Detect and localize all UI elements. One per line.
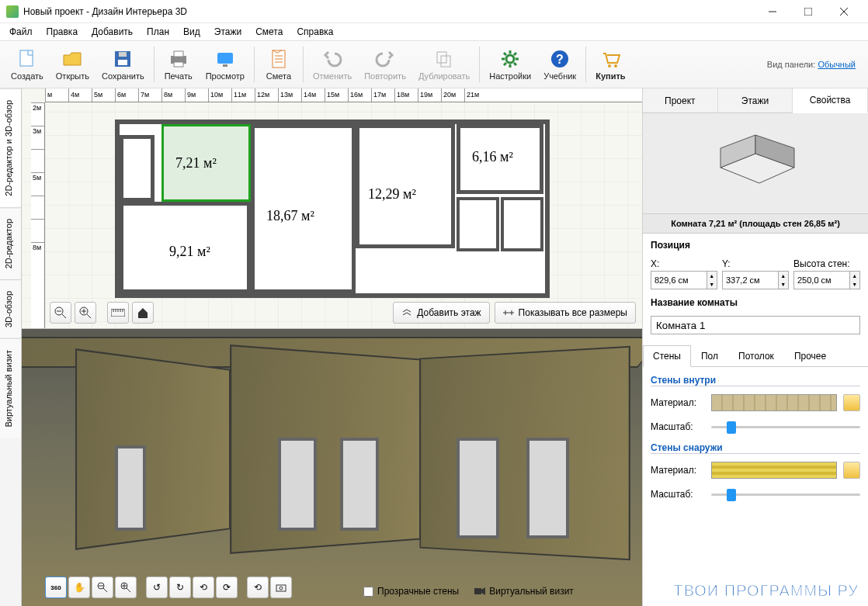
sidetab-tour[interactable]: Виртуальный визит [0,338,21,438]
create-button[interactable]: Создать [5,43,50,86]
window-title: Новый проект - Дизайн Интерьера 3D [23,6,755,17]
room-3d-preview [643,113,868,214]
tutorial-button[interactable]: ?Учебник [537,43,582,86]
plan-2d-view[interactable]: м4м5м6м7м8м9м10м11м12м13м14м15м16м17м18м… [22,88,642,329]
menu-file[interactable]: Файл [3,25,39,39]
sidetab-2d[interactable]: 2D-редактор [0,207,21,279]
view-3d[interactable]: 360 ✋ ↺ ↻ ⟲ ⟳ ⟲ Прозрачные стены Виртуал… [22,329,642,606]
add-floor-button[interactable]: Добавить этаж [393,302,489,324]
group-walls-outside: Стены снаружи [651,442,860,454]
camera-button[interactable] [270,577,292,598]
svg-rect-1 [20,50,33,66]
ruler-vertical: 2м3м5м8м [31,102,45,328]
orbit-360-button[interactable]: 360 [45,577,67,598]
svg-point-24 [279,587,283,590]
svg-rect-23 [276,585,286,591]
home-button[interactable] [132,302,154,324]
position-header: Позиция [651,240,860,251]
tab-properties[interactable]: Свойства [793,88,868,113]
ruler-tool-button[interactable] [107,302,129,324]
group-walls-inside: Стены внутри [651,375,860,386]
svg-point-17 [614,64,617,68]
duplicate-button[interactable]: Дублировать [412,43,476,86]
subtab-other[interactable]: Прочее [784,345,836,367]
subtab-walls[interactable]: Стены [643,345,691,367]
side-tabs: 2D-редактор и 3D-обзор 2D-редактор 3D-об… [0,88,22,606]
scale-out-slider[interactable] [711,487,860,502]
titlebar: Новый проект - Дизайн Интерьера 3D [0,0,868,23]
virtual-tour-button[interactable]: Виртуальный визит [474,586,574,597]
zoom-out-button[interactable] [50,302,71,324]
room-label-18-67: 18,67 м² [266,208,314,224]
transparent-walls-checkbox[interactable]: Прозрачные стены [363,586,459,597]
app-icon [6,5,19,18]
wall-height-label: Высота стен: [793,258,860,269]
maximize-button[interactable] [790,0,826,23]
menubar: Файл Правка Добавить План Вид Этажи Смет… [0,23,868,40]
rotate-right-button[interactable]: ⟳ [216,577,238,598]
subtab-floor[interactable]: Пол [691,345,728,367]
pos-y-input[interactable]: ▲▼ [722,271,789,289]
sidetab-2d-3d[interactable]: 2D-редактор и 3D-обзор [0,88,21,207]
menu-floors[interactable]: Этажи [208,25,248,39]
subtab-ceiling[interactable]: Потолок [728,345,784,367]
save-button[interactable]: Сохранить [95,43,151,86]
tilt-left-button[interactable]: ↺ [146,577,168,598]
open-button[interactable]: Открыть [50,43,95,86]
rotate-left-button[interactable]: ⟲ [193,577,214,598]
floorplan[interactable]: 7,21 м² 6,16 м² 12,29 м² 18,67 м² 9,21 м… [115,119,550,306]
zoom-in-button[interactable] [75,302,96,324]
buy-button[interactable]: Купить [589,43,631,86]
material-out-swatch[interactable] [711,462,837,479]
room-info: Комната 7,21 м² (площадь стен 26,85 м²) [643,214,868,234]
sidetab-3d[interactable]: 3D-обзор [0,279,21,338]
zoom-in-3d-button[interactable] [115,577,137,598]
svg-rect-7 [174,62,183,67]
preview-button[interactable]: Просмотр [200,43,251,86]
zoom-out-3d-button[interactable] [92,577,113,598]
svg-rect-12 [441,56,450,67]
redo-button[interactable]: Повторить [358,43,412,86]
show-dimensions-button[interactable]: Показывать все размеры [495,302,636,324]
svg-rect-11 [437,52,446,63]
material-out-browse[interactable] [843,462,860,479]
menu-estimate[interactable]: Смета [249,25,289,39]
room-name-input[interactable] [651,316,860,334]
tab-project[interactable]: Проект [643,88,718,113]
estimate-button[interactable]: Смета [258,43,300,86]
plan-zoom-tools [50,302,154,324]
svg-text:?: ? [556,53,564,66]
material-in-browse[interactable] [843,394,860,411]
panel-mode: Вид панели: Обычный [767,60,863,69]
svg-rect-8 [217,53,233,64]
undo-button[interactable]: Отменить [307,43,358,86]
room-label-7-21: 7,21 м² [175,155,217,171]
svg-point-16 [608,64,611,68]
scale-out-label: Масштаб: [651,489,705,500]
svg-rect-3 [118,60,127,65]
material-in-label: Материал: [651,397,705,408]
scale-in-slider[interactable] [711,419,860,435]
settings-button[interactable]: Настройки [483,43,537,86]
scale-in-label: Масштаб: [651,421,705,432]
minimize-button[interactable] [755,0,790,23]
tilt-right-button[interactable]: ↻ [169,577,191,598]
room-name-label: Название комнаты [651,297,860,308]
material-in-swatch[interactable] [711,394,837,411]
menu-edit[interactable]: Правка [40,25,85,39]
menu-help[interactable]: Справка [290,25,339,39]
panel-mode-link[interactable]: Обычный [818,60,856,69]
pos-x-label: X: [651,258,717,269]
menu-view[interactable]: Вид [177,25,207,39]
refresh-button[interactable]: ⟲ [247,577,269,598]
wall-height-input[interactable]: ▲▼ [793,271,860,289]
menu-add[interactable]: Добавить [85,25,139,39]
pan-button[interactable]: ✋ [68,577,90,598]
menu-plan[interactable]: План [141,25,175,39]
tab-floors[interactable]: Этажи [718,88,793,113]
print-button[interactable]: Печать [158,43,200,86]
svg-rect-4 [119,52,127,57]
right-panel: Проект Этажи Свойства Комната 7,21 м² (п… [643,88,868,606]
close-button[interactable] [826,0,862,23]
pos-x-input[interactable]: ▲▼ [651,271,717,289]
